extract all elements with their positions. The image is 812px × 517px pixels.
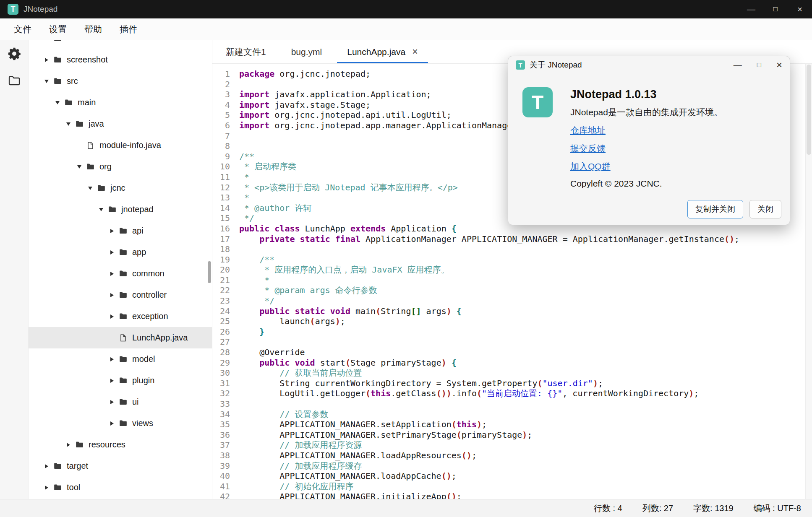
dialog-window-controls: — □ × (734, 59, 782, 71)
folder-icon (74, 440, 85, 449)
tab-untitled-1[interactable]: 新建文件1 (213, 40, 279, 63)
code-text: * 启动程序类 (239, 161, 296, 172)
tree-item-label: src (67, 76, 78, 86)
editor-scrollbar[interactable] (805, 64, 812, 499)
chevron-right-icon (107, 421, 117, 426)
tree-folder-common[interactable]: common (29, 263, 212, 284)
line-number: 6 (212, 120, 234, 131)
code-line: 33 (212, 399, 812, 409)
code-text: * @author 许轲 (239, 203, 311, 213)
tab-bug-yml[interactable]: bug.yml (279, 40, 335, 63)
status-lines: 行数 : 4 (594, 503, 622, 514)
activity-bar (0, 40, 29, 499)
tree-folder-jnotepad[interactable]: jnotepad (29, 199, 212, 220)
app-description: JNotepad是一款自由的集成开发环境。 (570, 107, 723, 118)
menu-item-settings[interactable]: 设置 (40, 18, 76, 40)
dialog-links: 仓库地址提交反馈加入QQ群 (570, 125, 781, 172)
dialog-link-feedback[interactable]: 提交反馈 (570, 143, 606, 154)
code-line: 32 LogUtil.getLogger(this.getClass()).in… (212, 388, 812, 399)
editor-scrollbar-thumb[interactable] (807, 65, 811, 155)
settings-gear-icon[interactable] (6, 45, 23, 62)
dialog-link-qq-group[interactable]: 加入QQ群 (570, 161, 611, 172)
dialog-logo-icon: T (516, 60, 525, 70)
tree-folder-main[interactable]: main (29, 92, 212, 113)
maximize-icon[interactable]: □ (763, 0, 788, 18)
tab-label: LunchApp.java (347, 47, 405, 57)
tree-folder-tool[interactable]: tool (29, 477, 212, 498)
code-line: 39 // 加载应用程序缓存 (212, 461, 812, 471)
tree-folder-screenshot[interactable]: screenshot (29, 49, 212, 70)
tree-file-lunchapp-java[interactable]: LunchApp.java (29, 327, 212, 348)
chevron-down-icon (74, 165, 85, 169)
menu-item-help[interactable]: 帮助 (76, 18, 111, 40)
folder-icon (52, 483, 63, 492)
tree-folder-target[interactable]: target (29, 455, 212, 477)
code-text: * @param args 命令行参数 (239, 285, 377, 296)
tab-close-icon[interactable]: × (412, 47, 418, 57)
code-line: 40 APPLICATION_MANAGER.loadAppCache(); (212, 471, 812, 481)
tree-folder-controller[interactable]: controller (29, 284, 212, 306)
line-number: 16 (212, 223, 234, 234)
tree-folder-ui[interactable]: ui (29, 391, 212, 413)
file-icon (117, 334, 128, 342)
tab-lunchapp-java[interactable]: LunchApp.java× (334, 40, 430, 63)
code-text: APPLICATION_MANAGER.loadAppResources(); (239, 450, 477, 461)
code-line: 31 String currentWorkingDirectory = Syst… (212, 378, 812, 389)
tree-item-label: jcnc (110, 183, 125, 193)
tree-folder-src[interactable]: src (29, 70, 212, 92)
code-line: 41 // 初始化应用程序 (212, 481, 812, 492)
copy-and-close-button[interactable]: 复制并关闭 (687, 200, 743, 218)
tree-folder-item[interactable] (29, 40, 212, 49)
line-number: 33 (212, 399, 234, 409)
folder-icon (96, 184, 107, 192)
code-line: 28 @Override (212, 347, 812, 358)
code-text: import javafx.application.Application; (239, 89, 431, 100)
tree-folder-resources[interactable]: resources (29, 434, 212, 455)
dialog-link-repo[interactable]: 仓库地址 (570, 125, 606, 136)
tree-folder-model[interactable]: model (29, 348, 212, 370)
tab-label: bug.yml (291, 47, 322, 57)
copyright-text: Copyleft © 2023 JCNC. (570, 179, 781, 189)
dialog-close-icon[interactable]: × (776, 59, 782, 71)
menu-item-plugins[interactable]: 插件 (111, 18, 146, 40)
minimize-icon[interactable]: — (739, 0, 763, 18)
close-icon[interactable]: × (788, 0, 812, 18)
line-number: 15 (212, 213, 234, 223)
app-name-version: JNotepad 1.0.13 (570, 88, 723, 101)
tree-folder-app[interactable]: app (29, 242, 212, 263)
tree-folder-org[interactable]: org (29, 156, 212, 177)
code-line: 22 * @param args 命令行参数 (212, 285, 812, 296)
tree-item-label: resources (89, 440, 125, 449)
chevron-down-icon (96, 208, 107, 211)
tree-folder-exception[interactable]: exception (29, 306, 212, 327)
dialog-minimize-icon[interactable]: — (734, 60, 742, 70)
code-text: // 加载应用程序缓存 (239, 461, 362, 471)
line-number: 5 (212, 110, 234, 120)
tree-folder-views[interactable]: views (29, 413, 212, 434)
title-bar: T JNotepad — □ × (0, 0, 812, 18)
tree-file-module-info-java[interactable]: module-info.java (29, 135, 212, 156)
dialog-title-bar: T 关于 JNotepad — □ × (508, 56, 790, 74)
code-line: 23 */ (212, 296, 812, 306)
tree-folder-jcnc[interactable]: jcnc (29, 177, 212, 199)
app-title: JNotepad (23, 5, 57, 14)
line-number: 19 (212, 255, 234, 265)
file-tree-panel: screenshotsrcmainjavamodule-info.javaorg… (29, 40, 212, 499)
dialog-maximize-icon[interactable]: □ (757, 61, 761, 69)
code-text: launch(args); (239, 316, 345, 327)
file-explorer-icon[interactable] (6, 72, 23, 89)
tree-scrollbar-thumb[interactable] (208, 261, 211, 283)
tree-item-label: screenshot (67, 55, 108, 65)
folder-icon (117, 312, 128, 321)
tree-folder-java[interactable]: java (29, 113, 212, 135)
close-button[interactable]: 关闭 (749, 200, 781, 218)
line-number: 32 (212, 388, 234, 399)
tree-folder-api[interactable]: api (29, 220, 212, 242)
dialog-actions: 复制并关闭关闭 (687, 200, 781, 218)
tree-folder-plugin[interactable]: plugin (29, 370, 212, 391)
folder-icon (117, 269, 128, 278)
chevron-right-icon (107, 379, 117, 383)
folder-icon (85, 162, 96, 171)
line-number: 21 (212, 275, 234, 286)
menu-item-file[interactable]: 文件 (5, 18, 40, 40)
